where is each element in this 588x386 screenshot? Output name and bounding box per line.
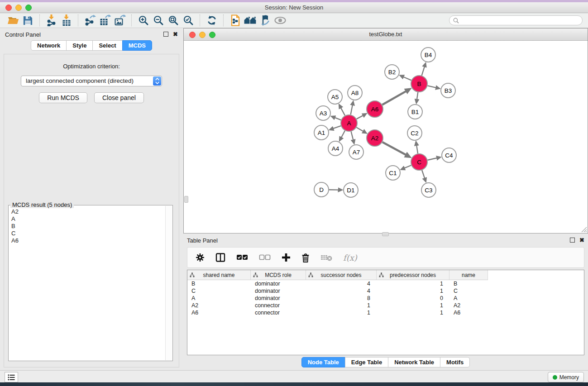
delete-columns-trash-icon[interactable] [301,253,310,262]
graph-edge-A-A7[interactable] [351,131,354,140]
mcds-result-item[interactable]: B [11,223,166,230]
table-row[interactable]: A2connector11A2 [187,302,584,309]
graph-node-C3[interactable]: C3 [421,183,436,197]
graph-node-A5[interactable]: A5 [328,90,342,104]
table-row[interactable]: A6connector11A6 [187,309,584,316]
graph-edge-A-A8[interactable] [351,105,353,115]
function-builder-icon[interactable]: f(x) [343,253,357,262]
column-header-name[interactable]: name [449,270,488,280]
save-session-button[interactable] [20,14,35,27]
zoom-fit-button[interactable] [166,14,181,27]
close-table-panel-icon[interactable]: ✖ [579,238,584,243]
delete-table-icon[interactable] [320,254,332,261]
graph-edge-C-C4[interactable] [428,158,437,160]
open-session-button[interactable] [5,14,20,27]
graph-edge-B-B3[interactable] [427,86,436,88]
graph-edge-C-C2[interactable] [416,145,418,154]
search-input[interactable] [461,17,578,24]
graph-node-C[interactable]: C [411,154,427,170]
float-panel-icon[interactable] [163,32,168,37]
mcds-result-item[interactable]: A [11,215,166,223]
show-hide-button[interactable] [272,14,287,27]
task-history-button[interactable] [5,372,18,382]
criterion-dropdown[interactable]: largest connected component (directed) [21,76,162,86]
open-cybrowser-button[interactable] [228,14,243,27]
result-scrollbar[interactable] [165,206,172,360]
zoom-out-button[interactable] [151,14,166,27]
toggle-graphics-details-button[interactable] [258,14,272,27]
network-canvas[interactable]: AA1A3A4A5A7A8A6A2BB1B2B3B4CC1C2C3C4DD1 [184,41,588,233]
graph-edge-B-B1[interactable] [417,92,418,100]
tab-motifs[interactable]: Motifs [440,357,470,367]
tab-style[interactable]: Style [66,40,93,51]
graph-node-A6[interactable]: A6 [367,101,383,117]
export-network-button[interactable] [82,14,97,27]
graph-node-A8[interactable]: A8 [348,86,362,100]
graph-node-C2[interactable]: C2 [407,126,422,140]
graph-edge-A-A5[interactable] [341,108,345,115]
graph-node-B4[interactable]: B4 [421,48,435,62]
graph-node-A2[interactable]: A2 [367,130,383,146]
graph-node-A4[interactable]: A4 [328,141,343,156]
mcds-result-item[interactable]: A2 [11,208,166,215]
select-all-columns-icon[interactable] [236,254,248,261]
graph-edge-A-A3[interactable] [335,118,341,120]
graph-edge-A-A1[interactable] [333,126,341,129]
tab-network[interactable]: Network [31,40,67,51]
column-header-mcds-role[interactable]: MCDS role [251,270,306,280]
graph-edge-A-A4[interactable] [341,131,345,138]
graph-edge-A-A6[interactable] [357,115,363,119]
graph-node-A3[interactable]: A3 [316,106,330,120]
resize-grip-icon[interactable] [580,226,587,233]
mcds-result-item[interactable]: A6 [11,237,166,244]
unselect-all-columns-icon[interactable] [259,254,271,261]
tab-mcds[interactable]: MCDS [122,40,152,51]
graph-edge-C-C3[interactable] [422,170,425,178]
tab-select[interactable]: Select [92,40,122,51]
graph-edge-A6-B[interactable] [382,91,406,105]
mcds-result-list[interactable]: A2ABCA6 [9,206,166,360]
graph-node-B3[interactable]: B3 [441,83,455,98]
tab-network-table[interactable]: Network Table [388,357,440,367]
graph-node-C4[interactable]: C4 [442,148,456,162]
search-field[interactable] [449,15,583,25]
tab-node-table[interactable]: Node Table [301,357,345,367]
tab-edge-table[interactable]: Edge Table [345,357,388,367]
graph-node-D[interactable]: D [314,182,329,197]
mcds-result-item[interactable]: C [11,230,166,237]
graph-edge-B-B4[interactable] [422,67,425,76]
graph-edge-A-A2[interactable] [356,128,363,132]
create-column-plus-icon[interactable] [282,253,291,262]
graph-node-B[interactable]: B [411,76,427,92]
run-mcds-button[interactable]: Run MCDS [39,92,87,103]
export-table-button[interactable] [97,14,112,27]
column-header-shared-name[interactable]: shared name [187,270,251,280]
zoom-in-button[interactable] [136,14,151,27]
apply-layout-button[interactable] [204,14,219,27]
graph-node-A[interactable]: A [341,115,357,131]
graph-edge-C-C1[interactable] [404,165,411,168]
graph-edge-A2-C[interactable] [382,142,406,155]
show-home-button[interactable] [243,14,258,27]
zoom-selected-button[interactable] [181,14,196,27]
graph-node-C1[interactable]: C1 [386,166,400,180]
graph-node-D1[interactable]: D1 [344,183,358,197]
column-header-predecessor-nodes[interactable]: predecessor nodes [377,270,449,280]
column-header-successor-nodes[interactable]: successor nodes [306,270,377,280]
table-row[interactable]: Cdominator41C [187,287,584,295]
graph-node-B2[interactable]: B2 [385,65,399,79]
export-image-button[interactable] [112,14,127,27]
close-panel-button[interactable]: Close panel [94,92,144,103]
close-panel-icon[interactable]: ✖ [173,32,178,37]
import-network-button[interactable] [44,14,59,27]
table-row[interactable]: Adominator80A [187,295,584,302]
graph-node-A1[interactable]: A1 [314,125,329,140]
show-columns-icon[interactable] [215,253,225,262]
graph-edge-B-B2[interactable] [403,77,411,81]
network-graph[interactable]: AA1A3A4A5A7A8A6A2BB1B2B3B4CC1C2C3C4DD1 [184,41,588,233]
float-table-panel-icon[interactable] [570,238,575,243]
table-options-gear-icon[interactable] [196,253,205,262]
import-table-button[interactable] [59,14,74,27]
memory-button[interactable]: Memory [548,372,584,382]
graph-node-B1[interactable]: B1 [408,105,422,119]
